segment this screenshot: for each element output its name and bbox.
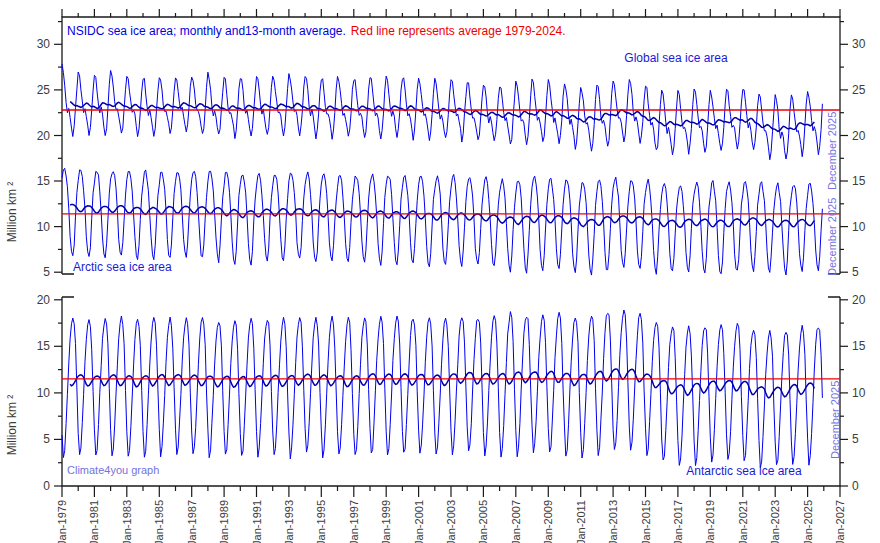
- x-tick-label: Jan-2023: [769, 500, 781, 543]
- data-end-annotation-antarctic: December 2025: [829, 381, 841, 459]
- y-axis-label-top-panel: Million km ²: [5, 182, 19, 243]
- x-tick-label: Jan-1993: [283, 500, 295, 543]
- y-tick-label: 10: [37, 386, 51, 400]
- label-antarctic-series: Antarctic sea ice area: [686, 464, 802, 478]
- chart-title-note: Red line represents average 1979-2024.: [351, 24, 566, 38]
- monthly-series-line: [62, 64, 822, 160]
- sea-ice-chart: Jan-1979Jan-1981Jan-1983Jan-1985Jan-1987…: [0, 0, 880, 543]
- x-tick-label: Jan-1989: [218, 500, 230, 543]
- x-tick-label: Jan-1985: [153, 500, 165, 543]
- y-tick-label: 5: [852, 265, 859, 279]
- x-tick-label: Jan-2019: [704, 500, 716, 543]
- y-tick-label: 25: [852, 83, 866, 97]
- x-tick-label: Jan-1979: [56, 500, 68, 543]
- data-end-annotation-global: December 2025: [826, 112, 838, 190]
- x-tick-label: Jan-2001: [413, 500, 425, 543]
- x-tick-label: Jan-2003: [445, 500, 457, 543]
- y-tick-label: 10: [37, 220, 51, 234]
- y-tick-label: 30: [37, 37, 51, 51]
- x-tick-label: Jan-1983: [121, 500, 133, 543]
- x-tick-label: Jan-1999: [380, 500, 392, 543]
- y-tick-label: 15: [852, 339, 866, 353]
- chart-title-line: NSIDC sea ice area; monthly and13-month …: [67, 24, 566, 38]
- y-tick-label: 10: [852, 220, 866, 234]
- y-tick-label: 20: [37, 129, 51, 143]
- y-tick-label: 5: [43, 265, 50, 279]
- x-tick-label: Jan-1997: [348, 500, 360, 543]
- y-tick-label: 20: [852, 293, 866, 307]
- x-tick-label: Jan-2021: [737, 500, 749, 543]
- x-tick-label: Jan-1987: [186, 500, 198, 543]
- x-tick-label: Jan-2013: [607, 500, 619, 543]
- x-tick-label: Jan-1995: [315, 500, 327, 543]
- y-tick-label: 20: [852, 129, 866, 143]
- sea-ice-chart-canvas: Jan-1979Jan-1981Jan-1983Jan-1985Jan-1987…: [0, 0, 880, 543]
- monthly-series-line: [62, 310, 822, 468]
- label-arctic-series: Arctic sea ice area: [73, 260, 172, 274]
- y-tick-label: 15: [852, 174, 866, 188]
- y-tick-label: 5: [43, 432, 50, 446]
- x-tick-label: Jan-2009: [542, 500, 554, 543]
- x-tick-label: Jan-2011: [575, 500, 587, 543]
- x-tick-label: Jan-2017: [672, 500, 684, 543]
- y-tick-label: 30: [852, 37, 866, 51]
- x-tick-label: Jan-2025: [802, 500, 814, 543]
- y-tick-label: 0: [852, 479, 859, 493]
- chart-plot-area: Jan-1979Jan-1981Jan-1983Jan-1985Jan-1987…: [37, 9, 866, 543]
- x-tick-label: Jan-2015: [640, 500, 652, 543]
- y-axis-label-bottom-panel: Million km ²: [5, 395, 19, 456]
- y-tick-label: 0: [43, 479, 50, 493]
- x-tick-label: Jan-1991: [251, 500, 263, 543]
- x-tick-label: Jan-1981: [88, 500, 100, 543]
- y-tick-label: 20: [37, 293, 51, 307]
- y-tick-label: 15: [37, 339, 51, 353]
- y-tick-label: 25: [37, 83, 51, 97]
- y-tick-label: 5: [852, 432, 859, 446]
- source-watermark: Climate4you graph: [67, 464, 159, 476]
- x-tick-label: Jan-2007: [510, 500, 522, 543]
- y-tick-label: 15: [37, 174, 51, 188]
- bottom-panel-frame: [62, 297, 840, 486]
- x-tick-label: Jan-2027: [834, 500, 846, 543]
- chart-title: NSIDC sea ice area; monthly and13-month …: [67, 24, 346, 38]
- label-global-series: Global sea ice area: [624, 51, 728, 65]
- y-tick-label: 10: [852, 386, 866, 400]
- x-tick-label: Jan-2005: [477, 500, 489, 543]
- data-end-annotation-arctic: December 2025: [826, 198, 838, 276]
